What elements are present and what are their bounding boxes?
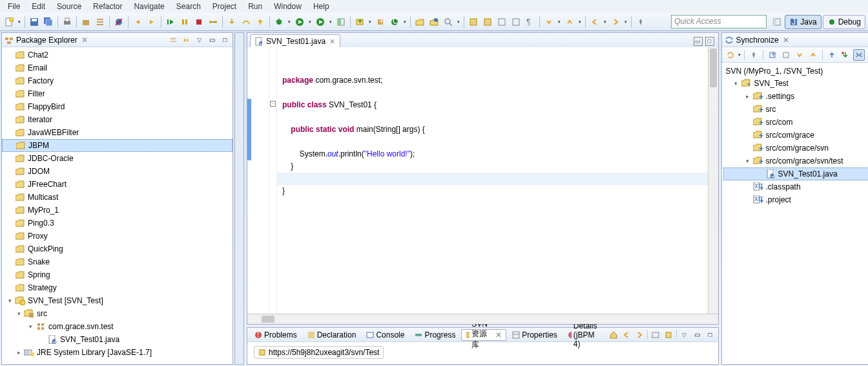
back-dropdown[interactable]: ▾ bbox=[603, 19, 608, 25]
build-button[interactable] bbox=[79, 16, 92, 28]
sync-refresh-button[interactable] bbox=[725, 49, 736, 61]
next-annotation-dropdown[interactable]: ▾ bbox=[557, 19, 562, 25]
sync-tree-item[interactable]: ▾SVN_Test bbox=[723, 77, 868, 90]
new-java-project-button[interactable]: + bbox=[353, 16, 366, 28]
editor-tab-close[interactable]: ✕ bbox=[328, 38, 336, 45]
maximize-view-button[interactable]: □ bbox=[220, 35, 230, 45]
svn-back-button[interactable] bbox=[621, 330, 632, 340]
fold-toggle[interactable]: − bbox=[270, 101, 276, 107]
tab-problems[interactable]: !Problems bbox=[250, 329, 302, 341]
toggle-breadcrumb-button[interactable] bbox=[94, 16, 107, 28]
package-explorer-tree[interactable]: Chat2EmailFactoryFilterFlappyBirdIterato… bbox=[2, 47, 232, 364]
tree-item[interactable]: JSVN_Test01.java bbox=[2, 333, 232, 346]
sync-incoming-button[interactable]: + bbox=[767, 49, 778, 61]
tab-console[interactable]: Console bbox=[362, 329, 409, 341]
tree-item[interactable]: QuickPing bbox=[2, 242, 232, 255]
annotation-next-button[interactable] bbox=[481, 16, 494, 28]
code-editor[interactable]: package com.grace.svn.test; public class… bbox=[277, 47, 708, 314]
sync-outgoing-button[interactable] bbox=[780, 49, 792, 61]
bottom-view-menu[interactable]: ▽ bbox=[679, 330, 690, 340]
step-return-button[interactable] bbox=[254, 16, 267, 28]
menu-file[interactable]: File bbox=[3, 1, 25, 12]
sync-tree-item[interactable]: +src/com/grace bbox=[723, 129, 868, 142]
new-button[interactable] bbox=[3, 16, 16, 28]
tree-item[interactable]: Proxy bbox=[2, 230, 232, 242]
save-all-button[interactable] bbox=[42, 16, 55, 28]
svn-forward-button[interactable] bbox=[634, 330, 645, 340]
bottom-minimize-button[interactable]: ▭ bbox=[692, 330, 703, 340]
terminate-button[interactable] bbox=[192, 16, 205, 28]
svn-home-button[interactable] bbox=[608, 330, 619, 340]
menu-source[interactable]: Source bbox=[52, 1, 87, 12]
tree-item[interactable]: Spring bbox=[2, 268, 232, 281]
show-whitespace-button[interactable]: ¶ bbox=[524, 16, 537, 28]
tree-item[interactable]: Filter bbox=[2, 87, 232, 100]
tree-item[interactable]: Iterator bbox=[2, 113, 232, 126]
back-button[interactable] bbox=[588, 16, 601, 28]
link-editor-button[interactable] bbox=[181, 35, 191, 45]
run-last-button[interactable] bbox=[314, 16, 327, 28]
tree-item[interactable]: Factory bbox=[2, 74, 232, 87]
open-task-button[interactable] bbox=[428, 16, 440, 28]
menu-window[interactable]: Window bbox=[269, 1, 307, 12]
minimize-view-button[interactable]: ▭ bbox=[207, 35, 217, 45]
sync-pin-button[interactable] bbox=[748, 49, 760, 61]
sync-commit-button[interactable] bbox=[840, 49, 851, 61]
view-close-icon[interactable]: ✕ bbox=[81, 36, 88, 45]
sync-tree-item[interactable]: +src/com/grace/svn bbox=[723, 142, 868, 155]
tree-item[interactable]: ▾com.grace.svn.test bbox=[2, 320, 232, 333]
tree-item[interactable]: JDOM bbox=[2, 165, 232, 178]
new-package-button[interactable]: + bbox=[374, 16, 387, 28]
disconnect-button[interactable] bbox=[207, 16, 220, 28]
editor-maximize-button[interactable]: □ bbox=[705, 37, 714, 46]
debug-dropdown[interactable]: ▾ bbox=[287, 19, 292, 25]
open-perspective-button[interactable] bbox=[770, 16, 783, 28]
run-last-dropdown[interactable]: ▾ bbox=[328, 19, 333, 25]
collapse-all-button[interactable] bbox=[168, 35, 178, 45]
tab-svn-repository[interactable]: SVN 资源库✕ bbox=[461, 329, 506, 341]
editor-minimize-button[interactable]: ▭ bbox=[694, 37, 703, 46]
quick-access-input[interactable]: Quick Access bbox=[671, 15, 767, 28]
trim-stack-left[interactable] bbox=[234, 32, 244, 365]
tab-details[interactable]: Details (jBPM 4) bbox=[563, 329, 606, 341]
forward-button[interactable] bbox=[609, 16, 622, 28]
tab-progress[interactable]: Progress bbox=[410, 329, 460, 341]
menu-run[interactable]: Run bbox=[243, 1, 267, 12]
editor-hscrollbar[interactable] bbox=[247, 314, 718, 324]
annotation-prev-button[interactable] bbox=[467, 16, 480, 28]
tree-item[interactable]: ▸JRE System Library [JavaSE-1.7] bbox=[2, 346, 232, 359]
menu-navigate[interactable]: Navigate bbox=[129, 1, 169, 12]
editor-tab[interactable]: J SVN_Test01.java ✕ bbox=[250, 34, 340, 47]
sync-view-close[interactable]: ✕ bbox=[783, 36, 789, 45]
tree-item[interactable]: JFreeChart bbox=[2, 178, 232, 191]
sync-up-button[interactable] bbox=[807, 49, 819, 61]
new-class-dropdown[interactable]: ▾ bbox=[402, 19, 408, 25]
tree-item[interactable]: ▾src bbox=[2, 307, 232, 320]
tree-item[interactable]: MyPro_1 bbox=[2, 204, 232, 217]
print-button[interactable] bbox=[61, 16, 74, 28]
menu-project[interactable]: Project bbox=[207, 1, 242, 12]
toggle-mark-button[interactable] bbox=[510, 16, 522, 28]
step-over-button[interactable] bbox=[240, 16, 253, 28]
tree-item[interactable]: Multicast bbox=[2, 191, 232, 204]
synchronize-tree[interactable]: ▾SVN_Test▸+.settings+src+src/com+src/com… bbox=[723, 77, 868, 206]
debug-button[interactable] bbox=[273, 16, 285, 28]
menu-help[interactable]: Help bbox=[308, 1, 335, 12]
perspective-java[interactable]: J Java bbox=[785, 15, 821, 29]
pin-button[interactable] bbox=[634, 16, 647, 28]
step-into-button[interactable] bbox=[225, 16, 238, 28]
tree-item[interactable]: FlappyBird bbox=[2, 100, 232, 113]
tree-item[interactable]: JavaWEBFilter bbox=[2, 126, 232, 139]
svn-refresh-button[interactable] bbox=[650, 330, 661, 340]
sync-tree-item[interactable]: JSVN_Test01.java bbox=[723, 167, 868, 180]
undo-button[interactable] bbox=[131, 16, 144, 28]
open-type-button[interactable] bbox=[413, 16, 426, 28]
coverage-button[interactable] bbox=[335, 16, 347, 28]
new-class-button[interactable]: C bbox=[388, 16, 401, 28]
editor-vscrollbar[interactable] bbox=[708, 47, 718, 314]
resume-button[interactable] bbox=[164, 16, 177, 28]
sync-mode-button[interactable] bbox=[853, 49, 865, 61]
run-dropdown[interactable]: ▾ bbox=[307, 19, 313, 25]
search-dropdown[interactable]: ▾ bbox=[456, 19, 461, 25]
menu-refactor[interactable]: Refactor bbox=[88, 1, 127, 12]
